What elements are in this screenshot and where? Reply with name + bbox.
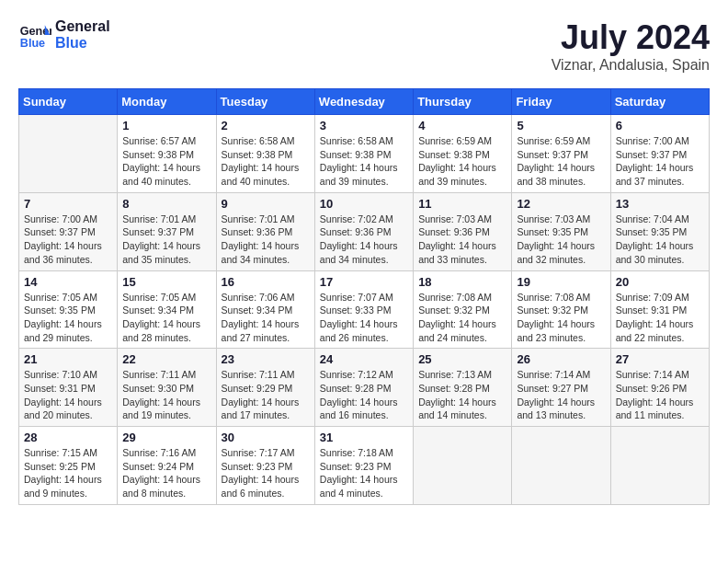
calendar-cell-1-4: 11 Sunrise: 7:03 AM Sunset: 9:36 PM Dayl… [414, 192, 512, 270]
day-number: 10 [320, 197, 408, 211]
calendar-cell-1-6: 13 Sunrise: 7:04 AM Sunset: 9:35 PM Dayl… [610, 192, 709, 270]
day-info: Sunrise: 7:08 AM Sunset: 9:32 PM Dayligh… [418, 291, 506, 345]
day-number: 16 [222, 275, 310, 289]
calendar-cell-1-3: 10 Sunrise: 7:02 AM Sunset: 9:36 PM Dayl… [314, 192, 413, 270]
logo: General Blue General Blue [18, 18, 110, 52]
calendar-cell-4-1: 29 Sunrise: 7:16 AM Sunset: 9:24 PM Dayl… [118, 427, 216, 505]
day-info: Sunrise: 7:01 AM Sunset: 9:36 PM Dayligh… [222, 213, 310, 267]
header-friday: Friday [512, 89, 610, 115]
week-row-1: 1 Sunrise: 6:57 AM Sunset: 9:38 PM Dayli… [19, 115, 710, 193]
day-info: Sunrise: 7:13 AM Sunset: 9:28 PM Dayligh… [418, 368, 506, 422]
day-info: Sunrise: 6:57 AM Sunset: 9:38 PM Dayligh… [122, 134, 210, 189]
calendar-cell-0-6: 6 Sunrise: 7:00 AM Sunset: 9:37 PM Dayli… [610, 115, 709, 193]
calendar-cell-4-2: 30 Sunrise: 7:17 AM Sunset: 9:23 PM Dayl… [216, 427, 314, 505]
logo-line2: Blue [55, 35, 110, 52]
calendar-cell-2-4: 18 Sunrise: 7:08 AM Sunset: 9:32 PM Dayl… [414, 270, 512, 349]
calendar-cell-2-2: 16 Sunrise: 7:06 AM Sunset: 9:34 PM Dayl… [216, 270, 314, 349]
day-info: Sunrise: 6:58 AM Sunset: 9:38 PM Dayligh… [222, 134, 310, 189]
calendar-cell-4-4 [414, 427, 512, 505]
day-info: Sunrise: 7:18 AM Sunset: 9:23 PM Dayligh… [320, 446, 408, 500]
day-info: Sunrise: 7:07 AM Sunset: 9:33 PM Dayligh… [320, 291, 408, 345]
day-number: 1 [122, 119, 210, 132]
day-number: 7 [24, 197, 112, 211]
day-info: Sunrise: 7:05 AM Sunset: 9:35 PM Dayligh… [24, 291, 112, 345]
calendar-cell-2-0: 14 Sunrise: 7:05 AM Sunset: 9:35 PM Dayl… [19, 270, 118, 349]
day-number: 30 [222, 431, 310, 444]
calendar-cell-3-2: 23 Sunrise: 7:11 AM Sunset: 9:29 PM Dayl… [216, 349, 314, 427]
day-number: 3 [320, 119, 408, 132]
day-info: Sunrise: 7:02 AM Sunset: 9:36 PM Dayligh… [320, 213, 408, 267]
day-number: 17 [320, 275, 408, 289]
calendar-cell-2-6: 20 Sunrise: 7:09 AM Sunset: 9:31 PM Dayl… [610, 270, 709, 349]
day-info: Sunrise: 7:01 AM Sunset: 9:37 PM Dayligh… [122, 213, 210, 267]
header-thursday: Thursday [414, 89, 512, 115]
day-info: Sunrise: 7:10 AM Sunset: 9:31 PM Dayligh… [24, 368, 112, 422]
day-info: Sunrise: 6:59 AM Sunset: 9:38 PM Dayligh… [418, 134, 506, 189]
calendar-cell-3-1: 22 Sunrise: 7:11 AM Sunset: 9:30 PM Dayl… [118, 349, 216, 427]
day-number: 25 [418, 352, 506, 366]
week-row-2: 7 Sunrise: 7:00 AM Sunset: 9:37 PM Dayli… [19, 192, 710, 270]
calendar-cell-3-3: 24 Sunrise: 7:12 AM Sunset: 9:28 PM Dayl… [314, 349, 413, 427]
day-number: 11 [418, 197, 506, 211]
calendar-cell-3-6: 27 Sunrise: 7:14 AM Sunset: 9:26 PM Dayl… [610, 349, 709, 427]
day-info: Sunrise: 7:15 AM Sunset: 9:25 PM Dayligh… [24, 446, 112, 500]
day-info: Sunrise: 7:17 AM Sunset: 9:23 PM Dayligh… [222, 446, 310, 500]
day-number: 14 [24, 275, 112, 289]
header-sunday: Sunday [19, 89, 118, 115]
day-number: 26 [517, 352, 605, 366]
day-info: Sunrise: 7:00 AM Sunset: 9:37 PM Dayligh… [24, 213, 112, 267]
svg-text:Blue: Blue [20, 37, 45, 50]
header-saturday: Saturday [610, 89, 709, 115]
day-info: Sunrise: 7:09 AM Sunset: 9:31 PM Dayligh… [616, 291, 704, 345]
header-tuesday: Tuesday [216, 89, 314, 115]
calendar-table: SundayMondayTuesdayWednesdayThursdayFrid… [18, 88, 710, 505]
day-number: 27 [616, 352, 704, 366]
calendar-cell-3-0: 21 Sunrise: 7:10 AM Sunset: 9:31 PM Dayl… [19, 349, 118, 427]
day-info: Sunrise: 7:12 AM Sunset: 9:28 PM Dayligh… [320, 368, 408, 422]
day-info: Sunrise: 7:11 AM Sunset: 9:30 PM Dayligh… [122, 368, 210, 422]
day-number: 2 [222, 119, 310, 132]
calendar-cell-4-0: 28 Sunrise: 7:15 AM Sunset: 9:25 PM Dayl… [19, 427, 118, 505]
day-info: Sunrise: 7:05 AM Sunset: 9:34 PM Dayligh… [122, 291, 210, 345]
day-info: Sunrise: 7:14 AM Sunset: 9:27 PM Dayligh… [517, 368, 605, 422]
day-number: 13 [616, 197, 704, 211]
header-wednesday: Wednesday [314, 89, 413, 115]
day-number: 22 [122, 352, 210, 366]
day-number: 8 [122, 197, 210, 211]
day-number: 31 [320, 431, 408, 444]
day-info: Sunrise: 7:06 AM Sunset: 9:34 PM Dayligh… [222, 291, 310, 345]
calendar-cell-3-5: 26 Sunrise: 7:14 AM Sunset: 9:27 PM Dayl… [512, 349, 610, 427]
calendar-cell-2-1: 15 Sunrise: 7:05 AM Sunset: 9:34 PM Dayl… [118, 270, 216, 349]
day-info: Sunrise: 7:03 AM Sunset: 9:36 PM Dayligh… [418, 213, 506, 267]
day-number: 6 [616, 119, 704, 132]
day-number: 20 [616, 275, 704, 289]
calendar-cell-1-2: 9 Sunrise: 7:01 AM Sunset: 9:36 PM Dayli… [216, 192, 314, 270]
week-row-4: 21 Sunrise: 7:10 AM Sunset: 9:31 PM Dayl… [19, 349, 710, 427]
calendar-cell-0-4: 4 Sunrise: 6:59 AM Sunset: 9:38 PM Dayli… [414, 115, 512, 193]
calendar-cell-3-4: 25 Sunrise: 7:13 AM Sunset: 9:28 PM Dayl… [414, 349, 512, 427]
calendar-cell-2-3: 17 Sunrise: 7:07 AM Sunset: 9:33 PM Dayl… [314, 270, 413, 349]
location-subtitle: Viznar, Andalusia, Spain [552, 57, 710, 74]
week-row-5: 28 Sunrise: 7:15 AM Sunset: 9:25 PM Dayl… [19, 427, 710, 505]
calendar-cell-1-0: 7 Sunrise: 7:00 AM Sunset: 9:37 PM Dayli… [19, 192, 118, 270]
calendar-cell-0-1: 1 Sunrise: 6:57 AM Sunset: 9:38 PM Dayli… [118, 115, 216, 193]
month-title: July 2024 [552, 18, 710, 57]
day-info: Sunrise: 7:08 AM Sunset: 9:32 PM Dayligh… [517, 291, 605, 345]
day-number: 5 [517, 119, 605, 132]
day-info: Sunrise: 6:59 AM Sunset: 9:37 PM Dayligh… [517, 134, 605, 189]
title-block: July 2024 Viznar, Andalusia, Spain [552, 18, 710, 74]
day-info: Sunrise: 7:04 AM Sunset: 9:35 PM Dayligh… [616, 213, 704, 267]
calendar-cell-0-2: 2 Sunrise: 6:58 AM Sunset: 9:38 PM Dayli… [216, 115, 314, 193]
day-number: 18 [418, 275, 506, 289]
header-monday: Monday [118, 89, 216, 115]
calendar-cell-0-0 [19, 115, 118, 193]
calendar-cell-1-1: 8 Sunrise: 7:01 AM Sunset: 9:37 PM Dayli… [118, 192, 216, 270]
day-number: 21 [24, 352, 112, 366]
day-info: Sunrise: 6:58 AM Sunset: 9:38 PM Dayligh… [320, 134, 408, 189]
calendar-cell-4-3: 31 Sunrise: 7:18 AM Sunset: 9:23 PM Dayl… [314, 427, 413, 505]
calendar-cell-2-5: 19 Sunrise: 7:08 AM Sunset: 9:32 PM Dayl… [512, 270, 610, 349]
day-number: 24 [320, 352, 408, 366]
calendar-cell-4-6 [610, 427, 709, 505]
calendar-cell-1-5: 12 Sunrise: 7:03 AM Sunset: 9:35 PM Dayl… [512, 192, 610, 270]
day-info: Sunrise: 7:03 AM Sunset: 9:35 PM Dayligh… [517, 213, 605, 267]
